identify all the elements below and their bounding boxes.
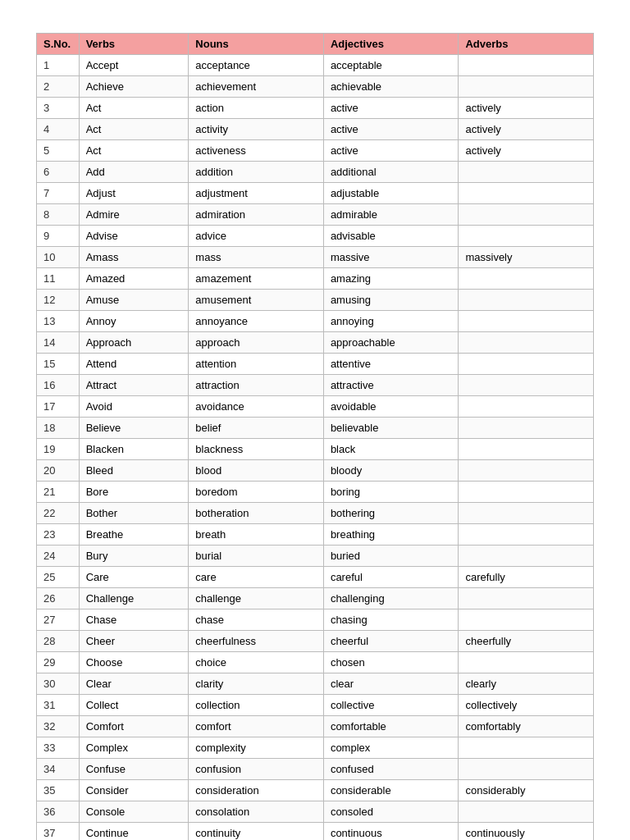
- noun-cell: complexity: [189, 737, 324, 759]
- row-number: 28: [37, 631, 80, 652]
- verb-cell: Amuse: [79, 290, 189, 311]
- table-row: 10Amassmassmassivemassively: [37, 247, 594, 268]
- noun-cell: belief: [189, 418, 324, 439]
- adverb-cell: [459, 737, 594, 759]
- adverb-cell: cheerfully: [459, 631, 594, 652]
- table-row: 1Acceptacceptanceacceptable: [37, 55, 594, 76]
- verb-cell: Admire: [79, 204, 189, 226]
- verb-cell: Collect: [79, 695, 189, 716]
- adverb-cell: [459, 759, 594, 780]
- column-header: Adverbs: [459, 34, 594, 55]
- adverb-cell: [459, 226, 594, 247]
- adverb-cell: [459, 418, 594, 439]
- noun-cell: blood: [189, 460, 324, 482]
- verb-cell: Console: [79, 801, 189, 823]
- adverb-cell: [459, 183, 594, 204]
- adjective-cell: adjustable: [323, 183, 459, 204]
- noun-cell: consideration: [189, 780, 324, 801]
- verb-cell: Clear: [79, 673, 189, 695]
- noun-cell: achievement: [189, 76, 324, 98]
- adverb-cell: actively: [459, 98, 594, 119]
- verb-cell: Choose: [79, 652, 189, 673]
- adjective-cell: clear: [323, 673, 459, 695]
- noun-cell: blackness: [189, 439, 324, 460]
- noun-cell: consolation: [189, 801, 324, 823]
- table-row: 36Consoleconsolationconsoled: [37, 801, 594, 823]
- row-number: 26: [37, 588, 80, 609]
- adjective-cell: chosen: [323, 652, 459, 673]
- adverb-cell: [459, 162, 594, 183]
- verb-cell: Amazed: [79, 268, 189, 290]
- adjective-cell: bothering: [323, 503, 459, 524]
- noun-cell: amusement: [189, 290, 324, 311]
- adverb-cell: considerably: [459, 780, 594, 801]
- noun-cell: continuity: [189, 823, 324, 841]
- adverb-cell: carefully: [459, 567, 594, 588]
- table-row: 32Comfortcomfortcomfortablecomfortably: [37, 716, 594, 737]
- table-row: 25Carecarecarefulcarefully: [37, 567, 594, 588]
- noun-cell: advice: [189, 226, 324, 247]
- noun-cell: attention: [189, 354, 324, 375]
- verb-cell: Act: [79, 119, 189, 140]
- adverb-cell: [459, 332, 594, 354]
- table-row: 11Amazedamazementamazing: [37, 268, 594, 290]
- row-number: 30: [37, 673, 80, 695]
- adjective-cell: boring: [323, 482, 459, 503]
- adverb-cell: [459, 439, 594, 460]
- adverb-cell: massively: [459, 247, 594, 268]
- verb-cell: Challenge: [79, 588, 189, 609]
- adjective-cell: black: [323, 439, 459, 460]
- row-number: 3: [37, 98, 80, 119]
- noun-cell: breath: [189, 524, 324, 546]
- adjective-cell: attractive: [323, 375, 459, 396]
- noun-cell: action: [189, 98, 324, 119]
- noun-cell: approach: [189, 332, 324, 354]
- adjective-cell: approachable: [323, 332, 459, 354]
- verb-cell: Avoid: [79, 396, 189, 418]
- verb-cell: Approach: [79, 332, 189, 354]
- row-number: 18: [37, 418, 80, 439]
- verb-cell: Bury: [79, 546, 189, 567]
- noun-cell: burial: [189, 546, 324, 567]
- adjective-cell: avoidable: [323, 396, 459, 418]
- adverb-cell: [459, 354, 594, 375]
- row-number: 7: [37, 183, 80, 204]
- table-row: 37Continuecontinuitycontinuouscontinuous…: [37, 823, 594, 841]
- table-row: 3Actactionactiveactively: [37, 98, 594, 119]
- adjective-cell: attentive: [323, 354, 459, 375]
- adverb-cell: [459, 503, 594, 524]
- row-number: 4: [37, 119, 80, 140]
- noun-cell: adjustment: [189, 183, 324, 204]
- adjective-cell: complex: [323, 737, 459, 759]
- noun-cell: activeness: [189, 140, 324, 162]
- table-row: 23Breathebreathbreathing: [37, 524, 594, 546]
- column-header: Adjectives: [323, 34, 459, 55]
- table-row: 26Challengechallengechallenging: [37, 588, 594, 609]
- adverb-cell: clearly: [459, 673, 594, 695]
- verb-cell: Act: [79, 140, 189, 162]
- adverb-cell: [459, 546, 594, 567]
- adjective-cell: advisable: [323, 226, 459, 247]
- verb-cell: Advise: [79, 226, 189, 247]
- word-forms-table-wrapper: S.No.VerbsNounsAdjectivesAdverbs 1Accept…: [36, 33, 594, 840]
- adjective-cell: active: [323, 140, 459, 162]
- verb-cell: Adjust: [79, 183, 189, 204]
- table-row: 17Avoidavoidanceavoidable: [37, 396, 594, 418]
- table-row: 14Approachapproachapproachable: [37, 332, 594, 354]
- row-number: 12: [37, 290, 80, 311]
- adjective-cell: active: [323, 119, 459, 140]
- row-number: 33: [37, 737, 80, 759]
- row-number: 29: [37, 652, 80, 673]
- table-row: 18Believebeliefbelievable: [37, 418, 594, 439]
- adverb-cell: [459, 460, 594, 482]
- noun-cell: annoyance: [189, 311, 324, 332]
- column-header: S.No.: [37, 34, 80, 55]
- adverb-cell: collectively: [459, 695, 594, 716]
- adjective-cell: careful: [323, 567, 459, 588]
- table-row: 8Admireadmirationadmirable: [37, 204, 594, 226]
- table-row: 24Buryburialburied: [37, 546, 594, 567]
- adjective-cell: confused: [323, 759, 459, 780]
- table-row: 27Chasechasechasing: [37, 609, 594, 631]
- adjective-cell: massive: [323, 247, 459, 268]
- adverb-cell: [459, 375, 594, 396]
